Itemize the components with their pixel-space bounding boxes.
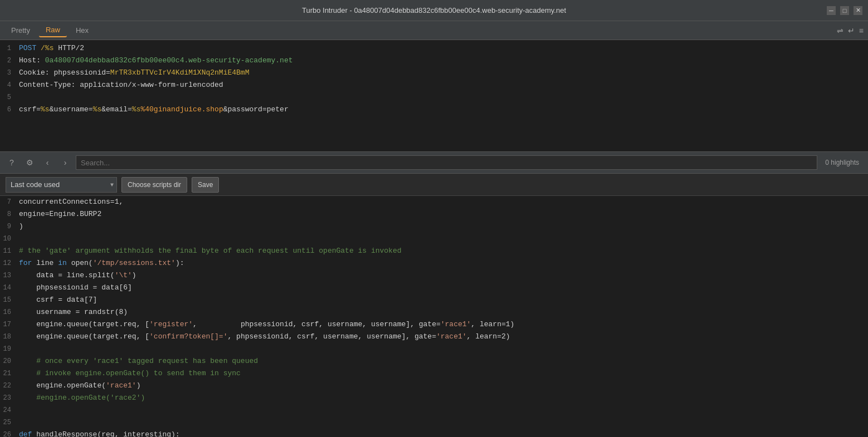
line-content: POST /%s HTTP/2 xyxy=(17,42,868,55)
line-number: 17 xyxy=(0,318,17,331)
highlights-badge: 0 highlights xyxy=(821,159,864,166)
maximize-button[interactable]: □ xyxy=(840,6,849,15)
line-content: engine=Engine.BURP2 xyxy=(17,208,868,220)
editor-line: 11# the 'gate' argument withholds the fi… xyxy=(0,245,868,257)
editor-line: 25 xyxy=(0,416,868,429)
line-content: # invoke engine.openGate() to send them … xyxy=(17,367,868,380)
line-content: csrf=%s&username=%s&email=%s%40ginandjui… xyxy=(17,104,868,116)
line-content: engine.queue(target.req, ['register', ph… xyxy=(17,318,868,331)
title-bar: Turbo Intruder - 0a48007d04debbad832c6fb… xyxy=(0,0,868,21)
back-button[interactable]: ‹ xyxy=(40,155,55,170)
tab-raw[interactable]: Raw xyxy=(39,23,67,37)
line-content: engine.queue(target.req, ['confirm?token… xyxy=(17,331,868,343)
line-number: 18 xyxy=(0,331,17,343)
line-content: #engine.openGate('race2') xyxy=(17,392,868,404)
editor-line: 18 engine.queue(target.req, ['confirm?to… xyxy=(0,331,868,343)
line-content: username = randstr(8) xyxy=(17,306,868,318)
line-content: Host: 0a48007d04debbad832c6fbb00ee00c4.w… xyxy=(17,55,868,67)
line-content: for line in open('/tmp/sessions.txt'): xyxy=(17,257,868,269)
line-number: 15 xyxy=(0,294,17,306)
editor-line: 8engine=Engine.BURP2 xyxy=(0,208,868,220)
line-number: 6 xyxy=(0,104,17,116)
line-number: 5 xyxy=(0,91,17,104)
save-button[interactable]: Save xyxy=(192,177,219,193)
close-button[interactable]: ✕ xyxy=(854,6,862,15)
editor-line: 16 username = randstr(8) xyxy=(0,306,868,318)
request-area: 1POST /%s HTTP/22Host: 0a48007d04debbad8… xyxy=(0,40,868,151)
line-content: ) xyxy=(17,220,868,233)
editor-line: 9) xyxy=(0,220,868,233)
minimize-button[interactable]: ─ xyxy=(827,6,836,15)
editor-line: 14 phpsessionid = data[6] xyxy=(0,282,868,294)
tab-hex[interactable]: Hex xyxy=(69,24,95,37)
menu-icon[interactable]: ≡ xyxy=(859,26,864,35)
line-number: 4 xyxy=(0,79,17,91)
line-number: 9 xyxy=(0,220,17,233)
help-button[interactable]: ? xyxy=(4,155,19,170)
line-content: phpsessionid = data[6] xyxy=(17,282,868,294)
tab-right-icons: ⇌ ↵ ≡ xyxy=(837,26,864,35)
editor-line: 15 csrf = data[7] xyxy=(0,294,868,306)
editor-line: 10 xyxy=(0,233,868,245)
editor-line: 19 xyxy=(0,343,868,355)
line-number: 25 xyxy=(0,416,17,429)
editor-line: 7concurrentConnections=1, xyxy=(0,196,868,208)
editor-line: 12for line in open('/tmp/sessions.txt'): xyxy=(0,257,868,269)
editor-line: 20 # once every 'race1' tagged request h… xyxy=(0,355,868,367)
line-number: 23 xyxy=(0,392,17,404)
line-number: 12 xyxy=(0,257,17,269)
window-title: Turbo Intruder - 0a48007d04debbad832c6fb… xyxy=(302,6,566,14)
request-line: 1POST /%s HTTP/2 xyxy=(0,42,868,55)
editor-scroll[interactable]: 7concurrentConnections=1,8engine=Engine.… xyxy=(0,196,868,437)
editor-line: 13 data = line.split('\t') xyxy=(0,269,868,282)
choose-scripts-dir-button[interactable]: Choose scripts dir xyxy=(121,177,187,193)
request-line: 4Content-Type: application/x-www-form-ur… xyxy=(0,79,868,91)
line-content: # once every 'race1' tagged request has … xyxy=(17,355,868,367)
editor-line: 26def handleResponse(req, interesting): xyxy=(0,429,868,437)
script-dropdown-wrapper: Last code used ▼ xyxy=(6,177,117,193)
line-number: 22 xyxy=(0,380,17,392)
tab-bar: Pretty Raw Hex ⇌ ↵ ≡ xyxy=(0,21,868,40)
editor-line: 24 xyxy=(0,404,868,416)
settings-button[interactable]: ⚙ xyxy=(22,155,37,170)
editor-line: 17 engine.queue(target.req, ['register',… xyxy=(0,318,868,331)
editor-line: 21 # invoke engine.openGate() to send th… xyxy=(0,367,868,380)
line-number: 14 xyxy=(0,282,17,294)
line-number: 21 xyxy=(0,367,17,380)
search-input[interactable] xyxy=(76,155,817,170)
line-number: 20 xyxy=(0,355,17,367)
line-number: 8 xyxy=(0,208,17,220)
tab-pretty[interactable]: Pretty xyxy=(4,24,37,37)
line-content: Content-Type: application/x-www-form-url… xyxy=(17,79,868,91)
line-number: 10 xyxy=(0,233,17,245)
line-content: # the 'gate' argument withholds the fina… xyxy=(17,245,868,257)
line-number: 1 xyxy=(0,42,17,55)
request-line: 2Host: 0a48007d04debbad832c6fbb00ee00c4.… xyxy=(0,55,868,67)
script-dropdown[interactable]: Last code used xyxy=(6,177,117,193)
search-bar: ? ⚙ ‹ › 0 highlights xyxy=(0,151,868,174)
line-number: 11 xyxy=(0,245,17,257)
line-number: 13 xyxy=(0,269,17,282)
editor-line: 23 #engine.openGate('race2') xyxy=(0,392,868,404)
window-controls: ─ □ ✕ xyxy=(827,6,862,15)
line-number: 16 xyxy=(0,306,17,318)
line-content: concurrentConnections=1, xyxy=(17,196,868,208)
request-line: 6csrf=%s&username=%s&email=%s%40ginandju… xyxy=(0,104,868,116)
forward-button[interactable]: › xyxy=(58,155,72,170)
line-content: def handleResponse(req, interesting): xyxy=(17,429,868,437)
line-number: 2 xyxy=(0,55,17,67)
line-number: 3 xyxy=(0,67,17,79)
editor-line: 22 engine.openGate('race1') xyxy=(0,380,868,392)
line-number: 7 xyxy=(0,196,17,208)
line-content: Cookie: phpsessionid=MrTR3xbTTVcIrV4KdiM… xyxy=(17,67,868,79)
line-number: 19 xyxy=(0,343,17,355)
request-line: 5 xyxy=(0,91,868,104)
newline-icon[interactable]: ↵ xyxy=(848,26,855,35)
request-line: 3Cookie: phpsessionid=MrTR3xbTTVcIrV4Kdi… xyxy=(0,67,868,79)
request-code-view: 1POST /%s HTTP/22Host: 0a48007d04debbad8… xyxy=(0,40,868,118)
script-toolbar: Last code used ▼ Choose scripts dir Save xyxy=(0,174,868,196)
line-content: engine.openGate('race1') xyxy=(17,380,868,392)
stream-icon[interactable]: ⇌ xyxy=(837,26,843,35)
line-content: data = line.split('\t') xyxy=(17,269,868,282)
line-content: csrf = data[7] xyxy=(17,294,868,306)
